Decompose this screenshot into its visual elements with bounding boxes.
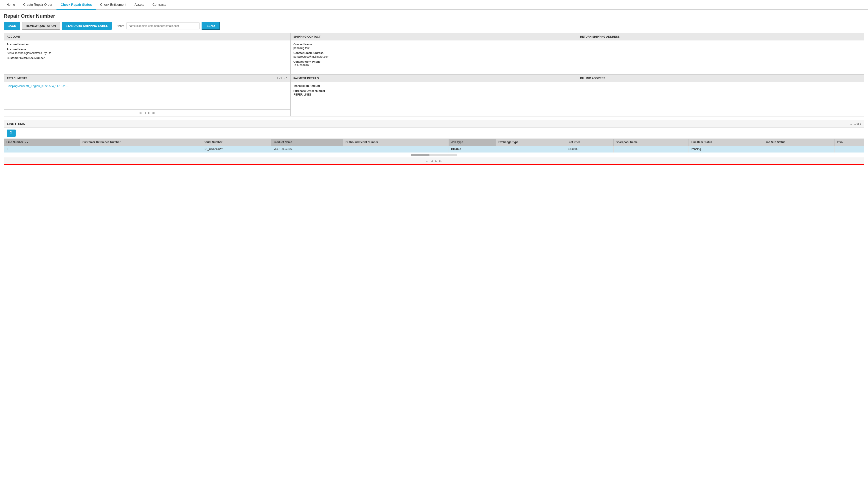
return-shipping-panel: RETURN SHIPPING ADDRESS <box>577 33 864 74</box>
page-title: Repair Order Number <box>4 13 864 19</box>
page-content: Repair Order Number BACK REVIEW QUOTATIO… <box>0 10 868 168</box>
account-name-value: Zebra Technologies Australia Pty Ltd <box>7 52 288 55</box>
account-panel-body: Account Number Account Name Zebra Techno… <box>4 40 290 63</box>
line-items-table-wrapper: Line Number ▲▼ Customer Reference Number… <box>4 139 864 152</box>
line-items-count: 1 - 1 of 1 <box>850 122 861 125</box>
share-input[interactable] <box>126 23 200 29</box>
top-panels-row: ACCOUNT Account Number Account Name Zebr… <box>4 33 864 75</box>
svg-point-0 <box>10 131 12 133</box>
shipping-contact-header: SHIPPING CONTACT <box>291 33 577 40</box>
svg-line-1 <box>12 133 13 134</box>
line-items-search-button[interactable] <box>7 129 16 136</box>
contact-name-value: portalreg test <box>293 47 575 50</box>
table-body: 1 SN_UNKNOWN MC9190-G30S... Billable $84… <box>4 146 864 152</box>
account-number-label: Account Number <box>7 43 288 46</box>
cell-line-number: 1 <box>4 146 80 152</box>
table-prev-page[interactable]: ◄ <box>430 159 433 163</box>
bottom-panels-row: ATTACHMENTS 1 - 1 of 1 ShippingManifest1… <box>4 75 864 117</box>
nav-item-assets[interactable]: Assets <box>130 0 148 10</box>
contact-phone-value: 1234567890 <box>293 64 575 67</box>
horizontal-scrollbar-row <box>4 152 864 157</box>
share-label: Share <box>116 24 124 28</box>
nav-item-contracts[interactable]: Contracts <box>148 0 170 10</box>
line-items-section: LINE ITEMS 1 - 1 of 1 Line Number ▲▼ Cus… <box>4 120 864 165</box>
purchase-order-label: Purchase Order Number <box>293 89 575 93</box>
nav-item-check-entitlement[interactable]: Check Entitlement <box>96 0 130 10</box>
transaction-amount-label: Transaction Amount <box>293 84 575 88</box>
line-items-header: LINE ITEMS 1 - 1 of 1 <box>4 120 864 128</box>
nav-item-create-repair-order[interactable]: Create Repair Order <box>19 0 57 10</box>
table-last-page[interactable]: ⏭ <box>439 159 442 163</box>
scrollbar-thumb <box>411 154 430 156</box>
nav-item-check-repair-status[interactable]: Check Repair Status <box>57 0 96 10</box>
account-panel: ACCOUNT Account Number Account Name Zebr… <box>4 33 291 74</box>
search-icon <box>10 131 13 134</box>
toolbar: BACK REVIEW QUOTATION STANDARD SHIPPING … <box>4 22 864 30</box>
return-shipping-header: RETURN SHIPPING ADDRESS <box>577 33 864 40</box>
col-serial-number[interactable]: Serial Number <box>202 139 271 146</box>
account-panel-header: ACCOUNT <box>4 33 290 40</box>
attachments-count: 1 - 1 of 1 <box>276 77 288 80</box>
cell-product-name: MC9190-G30S... <box>271 146 343 152</box>
customer-ref-label: Customer Reference Number <box>7 57 288 60</box>
table-next-page[interactable]: ► <box>435 159 438 163</box>
col-sparepool[interactable]: Sparepool Name <box>613 139 688 146</box>
purchase-order-value: REFER LINES <box>293 93 575 96</box>
col-invoice[interactable]: Invo <box>835 139 864 146</box>
attachment-first-page[interactable]: ⏮ <box>140 111 143 115</box>
col-line-number[interactable]: Line Number ▲▼ <box>4 139 80 146</box>
table-first-page[interactable]: ⏮ <box>426 159 429 163</box>
cell-status: Pending <box>688 146 762 152</box>
navigation: HomeCreate Repair OrderCheck Repair Stat… <box>0 0 868 10</box>
line-items-title: LINE ITEMS <box>7 122 25 126</box>
line-items-search-row <box>4 128 864 139</box>
contact-name-label: Contact Name <box>293 43 575 46</box>
nav-item-home[interactable]: Home <box>2 0 19 10</box>
review-quotation-button[interactable]: REVIEW QUOTATION <box>22 22 60 30</box>
account-name-label: Account Name <box>7 48 288 51</box>
col-outbound-serial[interactable]: Outbound Serial Number <box>343 139 448 146</box>
contact-email-value: portalregtest@mailinator.com <box>293 55 575 58</box>
standard-shipping-label-button[interactable]: STANDARD SHIPPING LABEL <box>62 22 112 30</box>
col-status[interactable]: Line Item Status <box>688 139 762 146</box>
billing-body <box>577 82 864 87</box>
payment-body: Transaction Amount Purchase Order Number… <box>291 82 577 100</box>
col-product-name[interactable]: Product Name <box>271 139 343 146</box>
col-sub-status[interactable]: Line Sub Status <box>762 139 835 146</box>
send-button[interactable]: SEND <box>202 22 220 30</box>
col-customer-ref[interactable]: Customer Reference Number <box>80 139 201 146</box>
cell-sub-status <box>762 146 835 152</box>
payment-panel: PAYMENT DETAILS Transaction Amount Purch… <box>291 75 577 116</box>
attachment-link[interactable]: ShippingManifest1_English_30725594_11-10… <box>7 85 69 88</box>
table-pagination: ⏮ ◄ ► ⏭ <box>4 157 864 164</box>
cell-invoice <box>835 146 864 152</box>
contact-phone-label: Contact Work Phone <box>293 60 575 63</box>
attachments-header: ATTACHMENTS 1 - 1 of 1 <box>4 75 290 82</box>
line-items-table: Line Number ▲▼ Customer Reference Number… <box>4 139 864 152</box>
cell-net-price: $840.80 <box>566 146 613 152</box>
horizontal-scrollbar[interactable] <box>411 154 457 156</box>
cell-job-type: Billable <box>449 146 496 152</box>
col-exchange-type[interactable]: Exchange Type <box>496 139 566 146</box>
share-section: Share SEND <box>116 22 220 30</box>
shipping-contact-panel: SHIPPING CONTACT Contact Name portalreg … <box>291 33 577 74</box>
cell-sparepool <box>613 146 688 152</box>
attachments-header-label: ATTACHMENTS <box>7 77 27 80</box>
attachment-prev-page[interactable]: ◄ <box>144 111 147 115</box>
attachment-last-page[interactable]: ⏭ <box>152 111 155 115</box>
cell-serial-number: SN_UNKNOWN <box>202 146 271 152</box>
attachment-pagination: ⏮ ◄ ► ⏭ <box>4 109 290 116</box>
col-job-type[interactable]: Job Type <box>449 139 496 146</box>
back-button[interactable]: BACK <box>4 22 20 30</box>
col-net-price[interactable]: Net Price <box>566 139 613 146</box>
billing-panel: BILLING ADDRESS <box>577 75 864 116</box>
attachments-panel: ATTACHMENTS 1 - 1 of 1 ShippingManifest1… <box>4 75 291 116</box>
return-shipping-body <box>577 40 864 45</box>
attachments-body: ShippingManifest1_English_30725594_11-10… <box>4 82 290 90</box>
shipping-contact-body: Contact Name portalreg test Contact Emai… <box>291 40 577 71</box>
table-row[interactable]: 1 SN_UNKNOWN MC9190-G30S... Billable $84… <box>4 146 864 152</box>
attachment-next-page[interactable]: ► <box>148 111 151 115</box>
cell-exchange-type <box>496 146 566 152</box>
payment-header: PAYMENT DETAILS <box>291 75 577 82</box>
table-header: Line Number ▲▼ Customer Reference Number… <box>4 139 864 146</box>
